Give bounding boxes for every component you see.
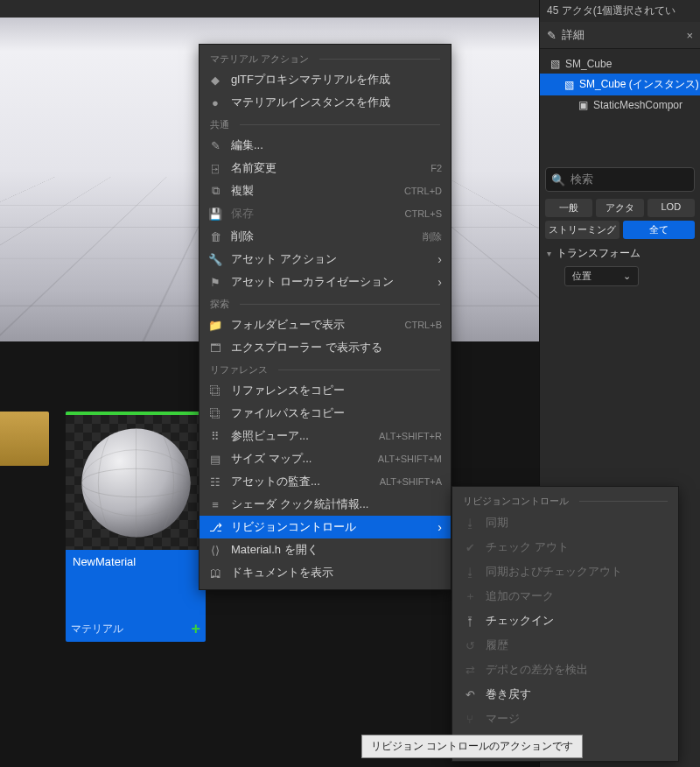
cube-icon: ▧: [564, 79, 574, 91]
graph-icon: ⠿: [208, 430, 222, 443]
viewport-topbar: [0, 0, 539, 18]
outliner-status: 45 アクタ(1個選択されてい: [540, 0, 700, 22]
sub-checkin[interactable]: ⭱チェックイン: [452, 609, 678, 633]
ctx-shader-cook[interactable]: ≡シェーダ クック統計情報...: [200, 493, 451, 516]
ctx-copy-ref[interactable]: ⿻リファレンスをコピー: [200, 379, 451, 402]
sub-mark-add: ＋追加のマーク: [452, 584, 678, 609]
ctx-section-common: 共通: [200, 114, 451, 134]
cube-icon: ▧: [550, 58, 560, 70]
ctx-asset-localization[interactable]: ⚑アセット ローカライゼーション: [200, 271, 451, 293]
pencil-icon: ✎: [208, 139, 222, 152]
ctx-rename[interactable]: ⍈名前変更F2: [200, 157, 451, 179]
ctx-revision-control[interactable]: ⎇リビジョンコントロール: [200, 516, 451, 538]
details-search[interactable]: 🔍 検索: [545, 167, 695, 192]
tree-row-component[interactable]: ▣ StaticMeshCompor: [540, 95, 700, 115]
component-icon: ▣: [578, 99, 588, 111]
ctx-edit[interactable]: ✎編集...: [200, 134, 451, 157]
chip-general[interactable]: 一般: [545, 199, 592, 217]
submenu-arrow-icon: [438, 252, 442, 266]
ctx-folder-view[interactable]: 📁フォルダビューで表示CTRL+B: [200, 313, 451, 336]
close-icon[interactable]: ×: [686, 29, 693, 42]
search-placeholder: 検索: [570, 172, 593, 187]
audit-icon: ☷: [208, 475, 222, 489]
ctx-save: 💾保存CTRL+S: [200, 202, 451, 225]
sub-sync: ⭳同期: [452, 510, 678, 535]
sub-history: ↺履歴: [452, 633, 678, 658]
tree-label: SM_Cube: [565, 58, 612, 70]
save-icon: 💾: [208, 208, 222, 221]
merge-icon: ⑂: [463, 713, 477, 726]
asset-type-label: マテリアル: [71, 622, 123, 637]
ctx-asset-actions[interactable]: 🔧アセット アクション: [200, 248, 451, 271]
chip-actor[interactable]: アクタ: [596, 199, 643, 217]
wrench-icon: 🔧: [208, 253, 222, 266]
trash-icon: 🗑: [208, 230, 222, 243]
submenu-arrow-icon: [438, 275, 442, 289]
transform-location-dropdown[interactable]: 位置 ⌄: [564, 266, 639, 286]
tree-label: SM_Cube (インスタンス): [579, 77, 699, 92]
upload-icon: ⭱: [463, 615, 477, 628]
chip-lod[interactable]: LOD: [648, 199, 695, 217]
sub-sync-checkout: ⭳同期およびチェックアウト: [452, 559, 678, 584]
add-icon[interactable]: +: [191, 620, 200, 638]
ctx-delete[interactable]: 🗑削除削除: [200, 225, 451, 248]
rename-icon: ⍈: [208, 162, 222, 175]
explorer-icon: 🗔: [208, 341, 222, 355]
chevron-down-icon: ⌄: [623, 271, 631, 282]
diff-icon: ⇄: [463, 664, 477, 677]
ctx-copy-path[interactable]: ⿻ファイルパスをコピー: [200, 402, 451, 425]
sizemap-icon: ▤: [208, 453, 222, 466]
ctx-section-reference: リファレンス: [200, 359, 451, 379]
asset-card-adjacent[interactable]: [0, 412, 49, 466]
ctx-section-revision: リビジョンコントロール: [452, 490, 678, 510]
copy-icon: ⿻: [208, 407, 222, 420]
ctx-open-header[interactable]: ⟨⟩Material.h を開く: [200, 538, 451, 561]
tree-label: StaticMeshCompor: [593, 99, 682, 111]
ctx-duplicate[interactable]: ⧉複製CTRL+D: [200, 179, 451, 202]
check-icon: ✔: [463, 541, 477, 554]
folder-icon: 📁: [208, 319, 222, 332]
tree-row-root[interactable]: ▧ SM_Cube: [540, 54, 700, 74]
tree-row-instance[interactable]: ▧ SM_Cube (インスタンス): [540, 74, 700, 95]
history-icon: ↺: [463, 639, 477, 652]
details-tab[interactable]: ✎ 詳細 ×: [540, 22, 700, 49]
sub-revert[interactable]: ↶巻き戻す: [452, 682, 678, 707]
submenu-arrow-icon: [438, 520, 442, 534]
asset-card-newmaterial[interactable]: NewMaterial マテリアル +: [66, 412, 206, 642]
asset-thumbnail: [66, 412, 206, 550]
ctx-audit[interactable]: ☷アセットの監査...ALT+SHIFT+A: [200, 470, 451, 493]
stats-icon: ≡: [208, 498, 222, 511]
branch-icon: ⎇: [208, 521, 222, 534]
search-icon: 🔍: [551, 173, 565, 186]
plus-icon: ＋: [463, 588, 477, 604]
ctx-reference-viewer[interactable]: ⠿参照ビューア...ALT+SHIFT+R: [200, 425, 451, 447]
asset-name: NewMaterial: [66, 550, 206, 573]
book-icon: 🕮: [208, 566, 222, 580]
sub-diff-depot: ⇄デポとの差分を検出: [452, 658, 678, 682]
copy-icon: ⿻: [208, 384, 222, 398]
sub-checkout: ✔チェック アウト: [452, 535, 678, 559]
ctx-show-docs[interactable]: 🕮ドキュメントを表示: [200, 561, 451, 584]
chip-streaming[interactable]: ストリーミング: [545, 221, 620, 239]
duplicate-icon: ⧉: [208, 184, 222, 198]
ctx-section-explore: 探索: [200, 293, 451, 313]
ctx-gltf-proxy[interactable]: ◆glTFプロキシマテリアルを作成: [200, 68, 451, 91]
chip-all[interactable]: 全て: [623, 221, 695, 239]
dropdown-label: 位置: [572, 270, 592, 283]
filter-chip-row: 一般 アクタ LOD: [540, 197, 700, 219]
sub-merge: ⑂マージ: [452, 707, 678, 731]
flag-icon: ⚑: [208, 276, 222, 289]
submenu-revision-control: リビジョンコントロール ⭳同期 ✔チェック アウト ⭳同期およびチェックアウト …: [452, 486, 679, 762]
ctx-size-map[interactable]: ▤サイズ マップ...ALT+SHIFT+M: [200, 447, 451, 470]
ctx-section-material-actions: マテリアル アクション: [200, 48, 451, 68]
code-icon: ⟨⟩: [208, 544, 222, 557]
ctx-explorer[interactable]: 🗔エクスプローラー で表示する: [200, 336, 451, 359]
pencil-icon: ✎: [547, 29, 556, 42]
details-tab-title: 詳細: [562, 27, 584, 43]
filter-chip-row: ストリーミング 全て: [540, 219, 700, 241]
section-transform-label: トランスフォーム: [556, 246, 640, 261]
ctx-material-instance[interactable]: ●マテリアルインスタンスを作成: [200, 91, 451, 114]
section-transform[interactable]: トランスフォーム: [540, 241, 700, 266]
gltf-icon: ◆: [208, 74, 222, 87]
download-icon: ⭳: [463, 566, 477, 579]
